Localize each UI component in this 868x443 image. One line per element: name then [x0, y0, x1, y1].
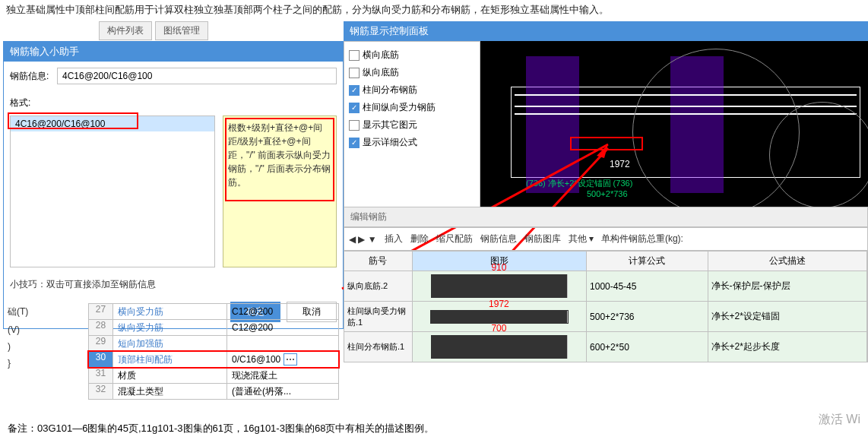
hint-box: 根数+级别+直径+@+间距/级别+直径+@+间距，"/" 前面表示纵向受力钢筋，… — [223, 115, 337, 267]
tab-drawing-mgmt[interactable]: 图纸管理 — [155, 21, 208, 40]
edit-rebar-section: 编辑钢筋 ◀ ▶ ▼ 插入 删除 缩尺配筋 钢筋信息 钢筋图库 其他 ▾ 单构件… — [344, 207, 868, 362]
display-checks: 横向底筋 纵向底筋 ✓柱间分布钢筋 ✓柱间纵向受力钢筋 显示其它图元 ✓显示详细… — [344, 41, 480, 216]
ellipsis-button[interactable]: ⋯ — [284, 353, 297, 365]
prop-row[interactable]: 29短向加强筋 — [88, 335, 339, 352]
prop-row[interactable]: 27横向受力筋C12@200 — [88, 303, 339, 320]
edit-title: 编辑钢筋 — [344, 207, 868, 227]
rebar-info-input[interactable] — [57, 68, 337, 84]
check-hbottom[interactable] — [349, 50, 360, 61]
format-list[interactable]: 4C16@200/C16@100 — [10, 115, 215, 267]
check-force[interactable]: ✓ — [349, 103, 360, 113]
grid-row-selected[interactable]: 柱间纵向受力钢筋.1 1972 500+2*736净长+2*设定锚固 — [344, 301, 867, 331]
scale-button[interactable]: 缩尺配筋 — [436, 233, 473, 245]
rebar-display-panel: 钢筋显示控制面板 横向底筋 纵向底筋 ✓柱间分布钢筋 ✓柱间纵向受力钢筋 显示其… — [344, 21, 868, 216]
prop-row[interactable]: 31材质现浇混凝土 — [88, 367, 339, 384]
tab-component-list[interactable]: 构件列表 — [99, 21, 152, 40]
panel-title: 钢筋显示控制面板 — [344, 21, 868, 41]
check-other[interactable] — [349, 120, 360, 131]
grid-row[interactable]: 柱间分布钢筋.1 700 600+2*50净长+2*起步长度 — [344, 331, 867, 362]
info-button[interactable]: 钢筋信息 — [480, 233, 517, 245]
dialog-title: 钢筋输入小助手 — [4, 42, 343, 62]
cad-anno: (736) 净长+2*设定锚固 (736) — [526, 178, 632, 189]
lib-button[interactable]: 钢筋图库 — [524, 233, 561, 245]
edit-toolbar: ◀ ▶ ▼ 插入 删除 缩尺配筋 钢筋信息 钢筋图库 其他 ▾ 单构件钢筋总重(… — [344, 227, 868, 251]
cad-dim-value: 1972 — [610, 159, 630, 169]
grid-row[interactable]: 纵向底筋.2 910 1000-45-45净长-保护层-保护层 — [344, 271, 867, 301]
rebar-grid: 筋号 图形 计算公式 公式描述 纵向底筋.2 910 1000-45-45净长-… — [344, 251, 868, 362]
cad-viewport[interactable]: 1972 (736) 净长+2*设定锚固 (736) 500+2*736 — [480, 41, 868, 216]
check-detail[interactable]: ✓ — [349, 138, 360, 148]
doc-tabs: 构件列表 图纸管理 — [99, 21, 208, 40]
check-vbottom[interactable] — [349, 68, 360, 78]
prop-row[interactable]: 32混凝土类型(普通砼(坍落... — [88, 383, 339, 400]
property-list: 27横向受力筋C12@200 28纵向受力筋C12@200 29短向加强筋 30… — [88, 304, 339, 400]
prop-row[interactable]: 28纵向受力筋C12@200 — [88, 319, 339, 336]
tip-text: 小技巧：双击可直接添加至钢筋信息 — [4, 274, 343, 296]
format-label: 格式: — [10, 97, 52, 109]
side-fragments: 础(T)(V))} — [0, 302, 36, 372]
footer-note: 备注：03G101—6图集的45页,11g101-3图集的61页，16g101-… — [8, 422, 434, 435]
check-dist[interactable]: ✓ — [349, 85, 360, 96]
info-label: 钢筋信息: — [10, 70, 52, 83]
total-weight-label: 单构件钢筋总重(kg): — [601, 233, 683, 245]
prop-row-highlighted[interactable]: 30顶部柱间配筋0/C16@100 ⋯ — [88, 351, 339, 368]
description-text: 独立基础属性中顶部柱间配筋用于计算双柱独立独基顶部两个柱子之间的配筋，分为纵向受… — [0, 0, 868, 20]
other-button[interactable]: 其他 ▾ — [569, 233, 594, 245]
cad-anno2: 500+2*736 — [587, 189, 628, 198]
activate-windows: 激活 Wi — [819, 412, 860, 428]
delete-button[interactable]: 删除 — [410, 233, 429, 245]
rebar-input-helper-dialog: 钢筋输入小助手 钢筋信息: 格式: 4C16@200/C16@100 根数+级别… — [3, 41, 344, 329]
insert-button[interactable]: 插入 — [385, 233, 403, 245]
